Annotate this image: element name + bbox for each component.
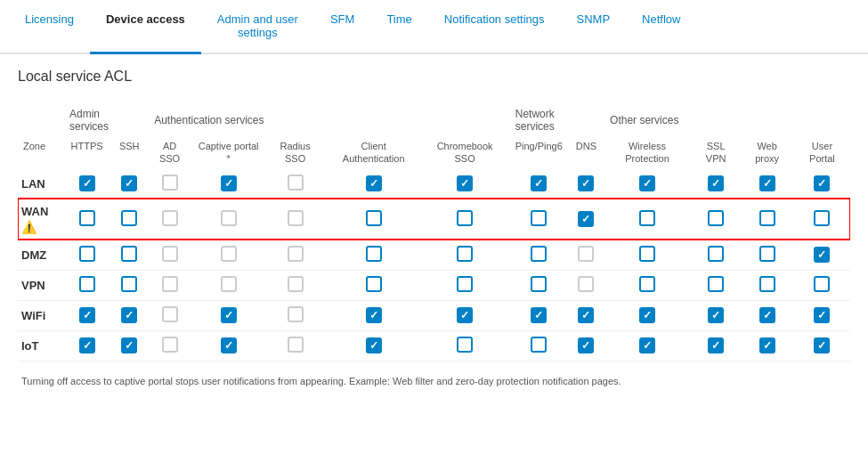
checkbox[interactable] bbox=[457, 246, 473, 262]
checkbox[interactable] bbox=[639, 337, 655, 353]
checkbox[interactable] bbox=[79, 246, 95, 262]
checkbox[interactable] bbox=[79, 276, 95, 292]
tab-snmp[interactable]: SNMP bbox=[561, 0, 627, 54]
col-captive-portal: Captive portal * bbox=[192, 136, 264, 169]
checkbox[interactable] bbox=[708, 246, 724, 262]
col-ping: Ping/Ping6 bbox=[508, 136, 570, 169]
checkbox[interactable] bbox=[121, 246, 137, 262]
checkbox[interactable] bbox=[814, 337, 830, 353]
checkbox-cell bbox=[147, 240, 192, 270]
checkbox[interactable] bbox=[759, 337, 775, 353]
checkbox[interactable] bbox=[531, 210, 547, 226]
checkbox[interactable] bbox=[162, 246, 178, 262]
tab-netflow[interactable]: Netflow bbox=[626, 0, 696, 54]
checkbox-cell bbox=[326, 169, 422, 199]
checkbox[interactable] bbox=[121, 276, 137, 292]
checkbox[interactable] bbox=[366, 246, 382, 262]
checkbox[interactable] bbox=[708, 210, 724, 226]
checkbox[interactable] bbox=[221, 246, 237, 262]
checkbox[interactable] bbox=[457, 307, 473, 323]
zone-label-dmz: DMZ bbox=[18, 240, 62, 270]
checkbox[interactable] bbox=[457, 276, 473, 292]
tab-sfm[interactable]: SFM bbox=[314, 0, 370, 54]
checkbox[interactable] bbox=[639, 307, 655, 323]
checkbox[interactable] bbox=[121, 210, 137, 226]
checkbox[interactable] bbox=[531, 337, 547, 353]
checkbox[interactable] bbox=[814, 276, 830, 292]
checkbox[interactable] bbox=[708, 276, 724, 292]
checkbox[interactable] bbox=[814, 210, 830, 226]
checkbox[interactable] bbox=[162, 210, 178, 226]
checkbox-cell bbox=[740, 199, 793, 240]
checkbox[interactable] bbox=[639, 210, 655, 226]
checkbox-cell bbox=[508, 169, 570, 199]
checkbox[interactable] bbox=[79, 175, 95, 191]
checkbox[interactable] bbox=[578, 211, 594, 227]
checkbox[interactable] bbox=[759, 210, 775, 226]
checkbox[interactable] bbox=[366, 210, 382, 226]
checkbox[interactable] bbox=[162, 337, 178, 353]
tab-device-access[interactable]: Device access bbox=[90, 0, 201, 54]
checkbox[interactable] bbox=[221, 307, 237, 323]
checkbox[interactable] bbox=[162, 306, 178, 322]
checkbox[interactable] bbox=[708, 337, 724, 353]
checkbox[interactable] bbox=[288, 246, 304, 262]
col-chromebook-sso: Chromebook SSO bbox=[422, 136, 508, 169]
checkbox[interactable] bbox=[639, 246, 655, 262]
checkbox[interactable] bbox=[288, 337, 304, 353]
checkbox[interactable] bbox=[578, 307, 594, 323]
checkbox[interactable] bbox=[121, 175, 137, 191]
checkbox[interactable] bbox=[79, 210, 95, 226]
checkbox[interactable] bbox=[288, 306, 304, 322]
table-row: DMZ bbox=[18, 240, 850, 270]
checkbox[interactable] bbox=[221, 175, 237, 191]
checkbox[interactable] bbox=[366, 307, 382, 323]
col-web-proxy: Web proxy bbox=[740, 136, 793, 169]
checkbox[interactable] bbox=[366, 175, 382, 191]
checkbox[interactable] bbox=[79, 307, 95, 323]
tab-licensing[interactable]: Licensing bbox=[9, 0, 90, 54]
checkbox[interactable] bbox=[221, 210, 237, 226]
checkbox[interactable] bbox=[578, 337, 594, 353]
checkbox[interactable] bbox=[639, 276, 655, 292]
checkbox[interactable] bbox=[288, 210, 304, 226]
checkbox[interactable] bbox=[288, 276, 304, 292]
checkbox-cell bbox=[326, 240, 422, 270]
checkbox[interactable] bbox=[531, 307, 547, 323]
checkbox[interactable] bbox=[759, 276, 775, 292]
tab-time[interactable]: Time bbox=[370, 0, 427, 54]
checkbox[interactable] bbox=[288, 175, 304, 191]
checkbox[interactable] bbox=[708, 307, 724, 323]
checkbox[interactable] bbox=[221, 276, 237, 292]
tab-notification-settings[interactable]: Notification settings bbox=[428, 0, 561, 54]
checkbox[interactable] bbox=[639, 175, 655, 191]
checkbox[interactable] bbox=[531, 175, 547, 191]
checkbox[interactable] bbox=[708, 175, 724, 191]
checkbox[interactable] bbox=[121, 307, 137, 323]
checkbox[interactable] bbox=[366, 337, 382, 353]
checkbox[interactable] bbox=[814, 307, 830, 323]
checkbox[interactable] bbox=[221, 337, 237, 353]
checkbox-cell bbox=[740, 270, 793, 300]
checkbox[interactable] bbox=[759, 307, 775, 323]
checkbox[interactable] bbox=[531, 276, 547, 292]
checkbox[interactable] bbox=[162, 175, 178, 191]
checkbox[interactable] bbox=[531, 246, 547, 262]
tab-admin-user-settings[interactable]: Admin and user settings bbox=[201, 0, 314, 54]
checkbox[interactable] bbox=[578, 246, 594, 262]
checkbox[interactable] bbox=[366, 276, 382, 292]
checkbox[interactable] bbox=[457, 175, 473, 191]
checkbox-cell bbox=[192, 199, 264, 240]
checkbox[interactable] bbox=[578, 276, 594, 292]
checkbox[interactable] bbox=[457, 337, 473, 353]
checkbox[interactable] bbox=[814, 175, 830, 191]
checkbox[interactable] bbox=[578, 175, 594, 191]
checkbox[interactable] bbox=[457, 210, 473, 226]
checkbox[interactable] bbox=[162, 276, 178, 292]
checkbox[interactable] bbox=[759, 246, 775, 262]
checkbox[interactable] bbox=[759, 175, 775, 191]
checkbox-cell bbox=[264, 169, 326, 199]
checkbox[interactable] bbox=[121, 337, 137, 353]
checkbox[interactable] bbox=[79, 337, 95, 353]
checkbox[interactable] bbox=[814, 247, 830, 263]
